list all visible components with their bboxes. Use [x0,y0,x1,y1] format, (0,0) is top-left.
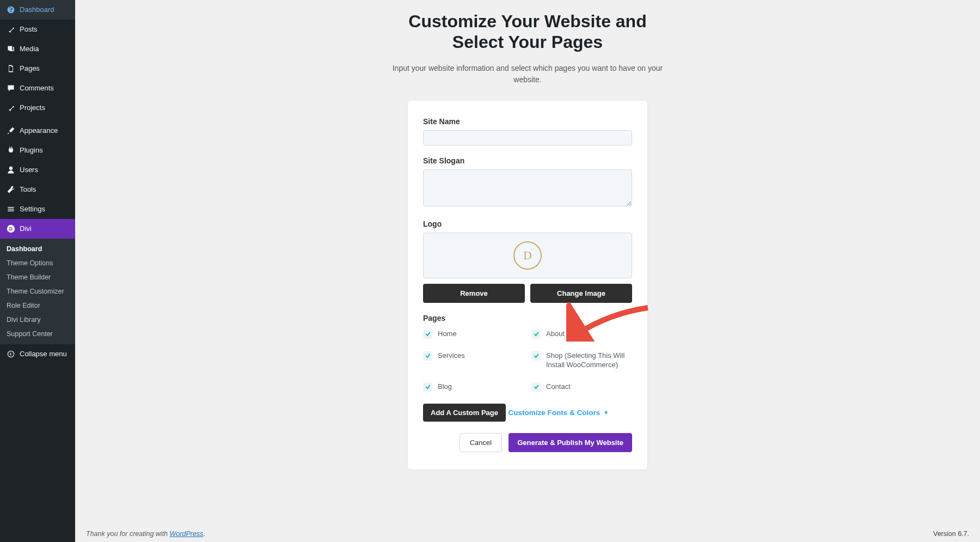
submenu-support-center[interactable]: Support Center [0,327,75,341]
divi-icon: D [5,223,16,234]
comments-icon [5,83,16,94]
checkbox-icon [423,382,432,392]
chevron-down-icon: ▼ [603,410,609,416]
admin-footer: Thank you for creating with WordPress. V… [75,526,980,542]
add-custom-page-button[interactable]: Add A Custom Page [423,404,506,422]
sidebar-item-dashboard[interactable]: Dashboard [0,0,75,20]
setup-card: Site Name Site Slogan Logo D Remove Chan… [408,101,647,470]
page-label: About [546,329,565,339]
wordpress-link[interactable]: WordPress [170,530,204,538]
page-checkbox-shop[interactable]: Shop (Selecting This Will Install WooCom… [531,351,632,370]
collapse-icon [5,349,16,360]
brush-icon [5,125,16,136]
site-slogan-label: Site Slogan [423,156,632,165]
submenu-role-editor[interactable]: Role Editor [0,299,75,313]
collapse-menu[interactable]: Collapse menu [0,344,75,364]
page-title: Customize Your Website and Select Your P… [86,11,969,53]
sidebar-label: Posts [20,25,38,34]
page-label: Blog [438,382,452,392]
checkbox-icon [531,330,541,339]
site-slogan-input[interactable] [423,169,632,206]
pages-label: Pages [423,314,632,322]
sidebar-label: Plugins [20,146,43,155]
site-name-label: Site Name [423,117,632,126]
sidebar-label: Tools [20,185,36,194]
divi-submenu: Dashboard Theme Options Theme Builder Th… [0,239,75,344]
sidebar-item-posts[interactable]: Posts [0,20,75,39]
sidebar-label: Comments [20,84,54,93]
sidebar-item-tools[interactable]: Tools [0,180,75,199]
sidebar-item-plugins[interactable]: Plugins [0,141,75,160]
sidebar-item-divi[interactable]: D Divi [0,219,75,239]
sidebar-label: Projects [20,103,45,112]
pin-icon [5,24,16,35]
dashboard-icon [5,4,16,15]
sidebar-label: Media [20,45,39,53]
plugin-icon [5,145,16,156]
page-checkbox-about[interactable]: About [531,329,632,339]
page-checkbox-home[interactable]: Home [423,329,524,339]
sidebar-item-settings[interactable]: Settings [0,199,75,219]
tools-icon [5,184,16,195]
checkbox-icon [423,351,432,361]
generate-publish-button[interactable]: Generate & Publish My Website [509,433,632,452]
svg-point-2 [8,351,14,357]
sidebar-label: Pages [20,64,40,73]
page-label: Services [438,351,465,361]
sidebar-item-users[interactable]: Users [0,160,75,180]
sidebar-label: Users [20,166,38,174]
logo-preview: D [423,233,632,278]
page-label: Shop (Selecting This Will Install WooCom… [546,351,632,370]
page-checkbox-blog[interactable]: Blog [423,382,524,392]
svg-text:D: D [9,226,13,232]
sidebar-item-appearance[interactable]: Appearance [0,121,75,141]
submenu-theme-options[interactable]: Theme Options [0,256,75,270]
page-subtitle: Input your website information and selec… [386,63,669,86]
footer-credit: Thank you for creating with WordPress. [86,530,205,538]
sidebar-item-media[interactable]: Media [0,39,75,59]
page-checkbox-services[interactable]: Services [423,351,524,370]
logo-label: Logo [423,220,632,228]
remove-logo-button[interactable]: Remove [423,284,525,303]
settings-icon [5,204,16,215]
submenu-divi-library[interactable]: Divi Library [0,313,75,327]
customize-fonts-colors-link[interactable]: Customize Fonts & Colors ▼ [508,409,609,417]
page-label: Home [438,329,457,339]
checkbox-icon [423,330,432,339]
site-name-input[interactable] [423,130,632,145]
pages-icon [5,63,16,74]
sidebar-label: Dashboard [20,5,54,14]
cancel-button[interactable]: Cancel [460,433,502,452]
submenu-theme-customizer[interactable]: Theme Customizer [0,284,75,299]
main-content: Customize Your Website and Select Your P… [75,0,980,542]
checkbox-icon [531,382,541,392]
collapse-label: Collapse menu [20,350,67,358]
sidebar-item-pages[interactable]: Pages [0,59,75,78]
page-checkbox-contact[interactable]: Contact [531,382,632,392]
sidebar-label: Settings [20,205,45,214]
sidebar-label: Divi [20,224,32,233]
sidebar-item-comments[interactable]: Comments [0,78,75,98]
media-icon [5,44,16,54]
page-label: Contact [546,382,571,392]
sidebar-item-projects[interactable]: Projects [0,98,75,118]
change-image-button[interactable]: Change Image [530,284,632,303]
users-icon [5,165,16,175]
submenu-dashboard[interactable]: Dashboard [0,242,75,256]
pin-icon [5,102,16,113]
logo-placeholder-icon: D [513,241,542,270]
sidebar-label: Appearance [20,126,58,135]
version-text: Version 6.7. [933,530,969,538]
checkbox-icon [531,351,541,361]
submenu-theme-builder[interactable]: Theme Builder [0,270,75,284]
admin-sidebar: Dashboard Posts Media Pages Comments Pro… [0,0,75,542]
